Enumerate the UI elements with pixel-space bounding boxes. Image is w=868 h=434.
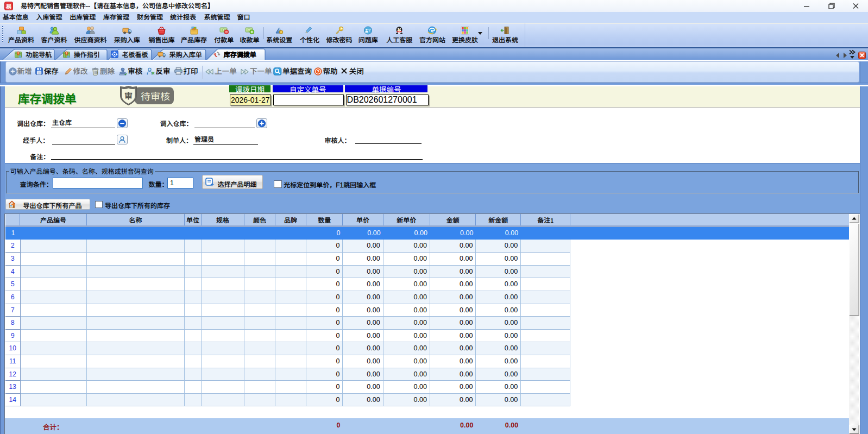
svg-text:?: ? [317,69,319,74]
svg-text:?: ? [368,28,371,33]
svg-text:待审核: 待审核 [141,88,170,102]
svg-text:审: 审 [124,89,133,100]
